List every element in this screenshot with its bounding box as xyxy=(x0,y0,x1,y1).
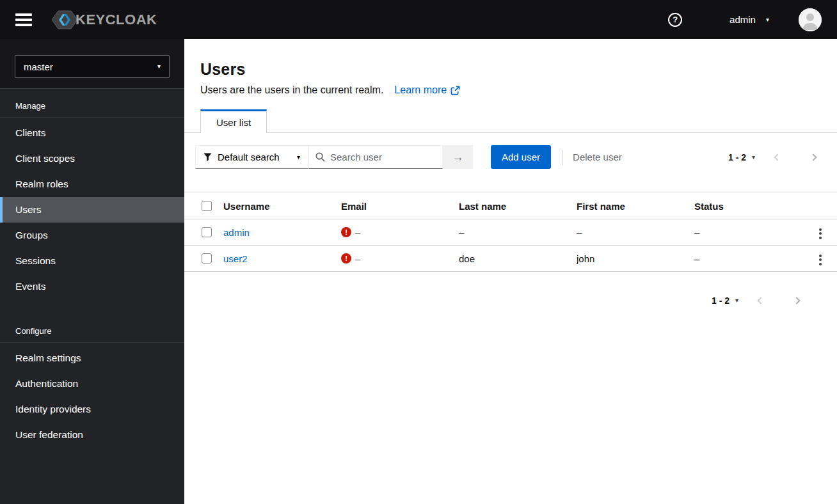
sidebar-item-identity-providers[interactable]: Identity providers xyxy=(0,397,184,422)
toolbar: Default search ▾ → Add user Delete user … xyxy=(184,133,837,179)
previous-page-button[interactable] xyxy=(764,155,791,160)
sidebar-item-groups[interactable]: Groups xyxy=(0,223,184,248)
realm-selector[interactable]: master ▾ xyxy=(15,55,170,78)
user-dropdown[interactable]: admin ▾ xyxy=(729,14,769,25)
avatar[interactable] xyxy=(799,8,822,31)
username-link[interactable]: user2 xyxy=(223,253,248,264)
help-icon[interactable]: ? xyxy=(668,13,682,27)
chevron-left-icon xyxy=(757,297,764,304)
row-checkbox[interactable] xyxy=(202,227,212,237)
column-header-email: Email xyxy=(341,193,459,219)
row-checkbox[interactable] xyxy=(202,253,212,264)
person-icon xyxy=(799,8,822,31)
kebab-menu-button[interactable] xyxy=(814,251,827,269)
chevron-down-icon: ▾ xyxy=(157,63,161,70)
chevron-right-icon xyxy=(793,297,800,304)
first-name-cell: john xyxy=(577,246,694,272)
email-warning-icon: ! xyxy=(341,227,351,237)
chevron-down-icon: ▾ xyxy=(735,297,738,304)
sidebar-item-realm-roles[interactable]: Realm roles xyxy=(0,171,184,197)
email-text: – xyxy=(355,253,360,264)
search-submit-button[interactable]: → xyxy=(443,145,473,169)
next-page-button[interactable] xyxy=(800,155,827,160)
email-text: – xyxy=(355,227,360,238)
search-type-dropdown[interactable]: Default search ▾ xyxy=(195,145,308,169)
email-value: !– xyxy=(341,253,459,264)
keycloak-logo: KEYCLOAK xyxy=(50,7,157,33)
sidebar-item-sessions[interactable]: Sessions xyxy=(0,248,184,274)
filter-icon xyxy=(203,153,212,161)
email-cell: !– xyxy=(341,219,459,246)
pagination-range-dropdown[interactable]: 1 - 2 ▾ xyxy=(712,295,738,306)
pagination-range-dropdown[interactable]: 1 - 2 ▾ xyxy=(728,152,755,162)
sidebar-item-user-federation[interactable]: User federation xyxy=(0,422,184,448)
chevron-left-icon xyxy=(774,154,781,161)
learn-more-link[interactable]: Learn more xyxy=(394,84,460,96)
sidebar-nav: ManageClientsClient scopesRealm rolesUse… xyxy=(0,89,184,448)
delete-user-button[interactable]: Delete user xyxy=(573,152,622,162)
row-actions-cell xyxy=(812,219,837,246)
row-actions-cell xyxy=(812,246,837,272)
chevron-right-icon xyxy=(809,154,817,161)
status-cell: – xyxy=(694,219,812,246)
username-cell: user2 xyxy=(223,246,341,272)
sidebar-item-users[interactable]: Users xyxy=(0,197,184,223)
chevron-down-icon: ▾ xyxy=(766,17,769,23)
main-content: Users Users are the users in the current… xyxy=(184,39,837,504)
select-all-checkbox[interactable] xyxy=(202,201,212,211)
chevron-down-icon: ▾ xyxy=(752,154,755,161)
last-name-cell: – xyxy=(459,219,577,246)
masthead-actions: ? admin ▾ xyxy=(668,8,822,31)
sidebar-item-authentication[interactable]: Authentication xyxy=(0,371,184,397)
previous-page-button[interactable] xyxy=(747,298,774,303)
external-link-icon xyxy=(450,86,460,95)
pagination-range-label: 1 - 2 xyxy=(728,152,746,162)
next-page-button[interactable] xyxy=(783,298,810,303)
sidebar-item-client-scopes[interactable]: Client scopes xyxy=(0,146,184,171)
username-cell: admin xyxy=(223,219,341,246)
sidebar: master ▾ ManageClientsClient scopesRealm… xyxy=(0,39,184,504)
realm-selector-section: master ▾ xyxy=(0,39,184,89)
brand-text: KEYCLOAK xyxy=(76,12,157,28)
email-warning-icon: ! xyxy=(341,253,351,264)
nav-group-label: Configure xyxy=(0,320,184,343)
actions-column-header xyxy=(812,193,837,219)
email-cell: !– xyxy=(341,246,459,272)
table-header-row: UsernameEmailLast nameFirst nameStatus xyxy=(184,193,837,219)
pagination-bottom: 1 - 2 ▾ xyxy=(184,272,837,306)
search-box xyxy=(308,145,443,169)
kebab-menu-button[interactable] xyxy=(814,224,827,243)
table-row-admin: admin!–––– xyxy=(184,219,837,246)
sidebar-item-clients[interactable]: Clients xyxy=(0,120,184,146)
nav-list: Realm settingsAuthenticationIdentity pro… xyxy=(0,343,184,448)
username-link[interactable]: admin xyxy=(223,227,250,238)
status-cell: – xyxy=(694,246,812,272)
search-icon xyxy=(315,152,325,162)
row-select-cell xyxy=(184,246,223,272)
pagination-top: 1 - 2 ▾ xyxy=(728,152,827,162)
nav-group-configure: ConfigureRealm settingsAuthenticationIde… xyxy=(0,320,184,448)
email-value: !– xyxy=(341,227,459,238)
column-header-last-name: Last name xyxy=(459,193,577,219)
search-group: → xyxy=(308,145,473,169)
search-input[interactable] xyxy=(330,152,436,162)
row-select-cell xyxy=(184,219,223,246)
last-name-cell: doe xyxy=(459,246,577,272)
search-type-label: Default search xyxy=(218,152,280,162)
page-description: Users are the users in the current realm… xyxy=(200,84,383,96)
toolbar-divider xyxy=(562,150,562,165)
sidebar-item-events[interactable]: Events xyxy=(0,274,184,299)
pagination-range-label: 1 - 2 xyxy=(712,295,729,306)
learn-more-label: Learn more xyxy=(394,84,447,96)
chevron-down-icon: ▾ xyxy=(291,154,300,161)
tab-user-list[interactable]: User list xyxy=(200,109,267,133)
hamburger-menu-icon[interactable] xyxy=(15,13,32,26)
column-header-first-name: First name xyxy=(577,193,694,219)
first-name-cell: – xyxy=(577,219,694,246)
column-header-username: Username xyxy=(223,193,341,219)
tab-bar: User list xyxy=(184,109,837,133)
users-table: UsernameEmailLast nameFirst nameStatus a… xyxy=(184,193,837,272)
sidebar-item-realm-settings[interactable]: Realm settings xyxy=(0,345,184,371)
user-dropdown-label: admin xyxy=(729,14,756,25)
add-user-button[interactable]: Add user xyxy=(491,145,551,169)
